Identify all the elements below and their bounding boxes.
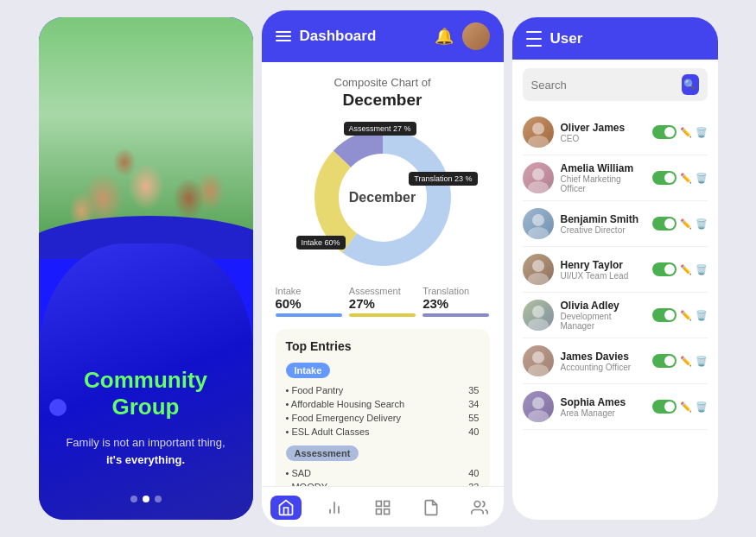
avatar-svg-3 <box>523 254 554 285</box>
dot-3[interactable] <box>155 496 162 502</box>
user-avatar-1 <box>523 162 554 193</box>
user-row: Olivia Adley Development Manager ✏️ 🗑️ <box>523 293 708 338</box>
user-name-2: Benjamin Smith <box>561 213 645 225</box>
stat-translation: Translation 23% <box>422 286 489 317</box>
svg-point-11 <box>532 123 544 135</box>
entry-esl: ESL Adult Classes 40 <box>286 426 480 437</box>
delete-icon-1[interactable]: 🗑️ <box>696 173 708 184</box>
dot-2[interactable] <box>143 496 149 502</box>
user-name-5: James Davies <box>561 351 645 363</box>
svg-point-19 <box>532 306 544 318</box>
delete-icon-6[interactable]: 🗑️ <box>696 401 708 413</box>
svg-point-24 <box>528 410 549 422</box>
delete-icon-4[interactable]: 🗑️ <box>696 310 708 321</box>
delete-icon-0[interactable]: 🗑️ <box>696 127 708 138</box>
toggle-1[interactable] <box>652 171 677 185</box>
avatar-svg-2 <box>523 208 554 239</box>
user-role-4: Development Manager <box>561 312 645 331</box>
edit-icon-2[interactable]: ✏️ <box>680 218 692 230</box>
hamburger-icon[interactable] <box>276 31 291 41</box>
toggle-5[interactable] <box>652 354 677 368</box>
nav-home[interactable] <box>270 496 302 520</box>
users-search-section: 🔍 <box>512 60 718 110</box>
toggle-0[interactable] <box>652 125 677 139</box>
community-logo: Community Group <box>39 367 253 420</box>
users-list: Oliver James CEO ✏️ 🗑️ Amelia William Ch… <box>512 110 718 520</box>
user-role-1: Chief Marketing Officer <box>561 174 645 193</box>
svg-point-13 <box>532 168 544 180</box>
user-row: Henry Taylor UI/UX Team Lead ✏️ 🗑️ <box>523 247 708 293</box>
user-role-0: CEO <box>561 134 645 143</box>
nav-people[interactable] <box>464 496 495 520</box>
users-panel: User 🔍 Oliver James CEO ✏️ 🗑️ <box>512 17 718 520</box>
svg-point-21 <box>532 351 544 363</box>
stat-translation-label: Translation <box>422 286 489 296</box>
user-actions-4: ✏️ 🗑️ <box>652 308 708 322</box>
delete-icon-2[interactable]: 🗑️ <box>696 218 708 230</box>
user-avatar-header[interactable] <box>462 22 490 50</box>
dashboard-panel: Dashboard 🔔 Composite Chart of December … <box>262 10 504 527</box>
edit-icon-6[interactable]: ✏️ <box>680 401 692 413</box>
chart-subtitle: Composite Chart of <box>276 76 490 89</box>
delete-icon-5[interactable]: 🗑️ <box>696 356 708 367</box>
svg-point-18 <box>528 273 549 285</box>
users-title: User <box>550 30 583 47</box>
svg-rect-9 <box>384 509 389 515</box>
carousel-dots <box>130 496 162 502</box>
family-image <box>39 17 253 259</box>
people-icon <box>471 499 488 516</box>
user-avatar-5 <box>523 345 554 376</box>
nav-grid[interactable] <box>367 496 398 520</box>
edit-icon-0[interactable]: ✏️ <box>680 127 692 138</box>
community-photo <box>39 17 253 259</box>
stats-row: Intake 60% Assessment 27% Translation 23… <box>276 286 490 317</box>
user-actions-2: ✏️ 🗑️ <box>652 217 708 231</box>
nav-document[interactable] <box>416 496 447 520</box>
donut-center-label: December <box>349 190 416 205</box>
entry-housing: Affordable Housing Search 34 <box>286 399 480 409</box>
intake-badge: Intake 60% <box>296 236 346 250</box>
toggle-4[interactable] <box>652 308 677 322</box>
stat-intake-value: 60% <box>276 296 342 311</box>
nav-chart[interactable] <box>319 496 350 520</box>
user-avatar-3 <box>523 254 554 285</box>
dashboard-footer <box>262 486 504 527</box>
users-hamburger-icon[interactable] <box>526 29 542 47</box>
stat-assessment: Assessment 27% <box>349 286 416 317</box>
assessment-badge: Assessment 27 % <box>344 122 416 136</box>
user-info-3: Henry Taylor UI/UX Team Lead <box>561 259 645 281</box>
svg-point-22 <box>528 364 549 376</box>
toggle-3[interactable] <box>652 262 677 276</box>
intake-category-badge: Intake <box>286 363 331 378</box>
svg-point-16 <box>528 227 549 239</box>
bell-icon[interactable]: 🔔 <box>435 27 454 46</box>
dot-1[interactable] <box>130 496 137 502</box>
community-tagline: Family is not an important thing, it's e… <box>39 434 253 468</box>
edit-icon-4[interactable]: ✏️ <box>680 310 692 321</box>
toggle-2[interactable] <box>652 217 677 231</box>
svg-point-14 <box>528 181 549 193</box>
user-info-5: James Davies Accounting Officer <box>561 351 645 372</box>
user-role-3: UI/UX Team Lead <box>561 271 645 281</box>
community-panel: Community Group Family is not an importa… <box>39 17 253 520</box>
user-row: Oliver James CEO ✏️ 🗑️ <box>523 110 708 155</box>
svg-point-20 <box>528 319 549 331</box>
top-entries-title: Top Entries <box>286 339 480 353</box>
user-info-4: Olivia Adley Development Manager <box>561 300 645 331</box>
edit-icon-5[interactable]: ✏️ <box>680 356 692 367</box>
user-actions-6: ✏️ 🗑️ <box>652 400 708 414</box>
user-avatar-6 <box>523 391 554 422</box>
user-avatar-2 <box>523 208 554 239</box>
stat-intake: Intake 60% <box>276 286 342 317</box>
user-name-4: Olivia Adley <box>561 300 645 312</box>
assessment-category-badge: Assessment <box>286 445 359 461</box>
search-icon[interactable]: 🔍 <box>682 74 699 95</box>
edit-icon-1[interactable]: ✏️ <box>680 173 692 184</box>
edit-icon-3[interactable]: ✏️ <box>680 264 692 275</box>
toggle-6[interactable] <box>652 400 677 414</box>
search-input[interactable] <box>531 79 677 92</box>
delete-icon-3[interactable]: 🗑️ <box>696 264 708 275</box>
avatar-svg-0 <box>523 117 554 148</box>
grid-icon <box>374 499 391 516</box>
user-avatar-4 <box>523 300 554 331</box>
